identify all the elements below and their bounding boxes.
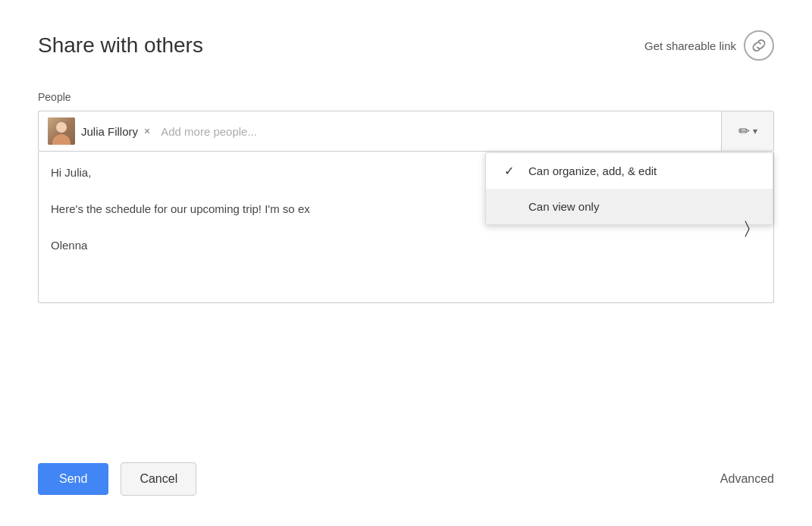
- avatar: [48, 117, 75, 145]
- cancel-button[interactable]: Cancel: [121, 462, 196, 496]
- shareable-link-label: Get shareable link: [644, 39, 736, 52]
- link-icon: [744, 30, 774, 61]
- avatar-image: [48, 117, 75, 145]
- share-dialog: Share with others Get shareable link Peo…: [0, 0, 812, 526]
- people-label: People: [38, 91, 774, 103]
- dialog-footer: Send Cancel Advanced: [38, 462, 774, 496]
- get-shareable-link-button[interactable]: Get shareable link: [644, 30, 774, 61]
- dialog-header: Share with others Get shareable link: [38, 30, 774, 61]
- dropdown-item-organize-label: Can organize, add, & edit: [528, 164, 657, 177]
- chip-remove-button[interactable]: ×: [144, 125, 150, 137]
- permission-edit-button[interactable]: ✏ ▾ ✓ Can organize, add, & edit ✓ Can vi…: [721, 111, 774, 152]
- send-button[interactable]: Send: [38, 463, 108, 495]
- add-people-placeholder: Add more people...: [161, 125, 257, 138]
- people-input-box[interactable]: Julia Fillory × Add more people...: [38, 111, 721, 152]
- people-row: Julia Fillory × Add more people... ✏ ▾ ✓…: [38, 111, 774, 152]
- dropdown-arrow-icon: ▾: [753, 126, 757, 136]
- dialog-title: Share with others: [38, 33, 203, 58]
- advanced-button[interactable]: Advanced: [720, 472, 774, 486]
- pencil-icon: ✏: [738, 123, 750, 139]
- dropdown-item-view-only-label: Can view only: [528, 200, 599, 213]
- permission-dropdown: ✓ Can organize, add, & edit ✓ Can view o…: [485, 152, 773, 225]
- dropdown-item-view-only[interactable]: ✓ Can view only 〉: [486, 189, 773, 224]
- chip-name: Julia Fillory: [81, 125, 138, 138]
- dropdown-item-organize[interactable]: ✓ Can organize, add, & edit: [486, 153, 773, 189]
- person-chip: Julia Fillory ×: [81, 125, 150, 138]
- check-icon: ✓: [501, 164, 516, 178]
